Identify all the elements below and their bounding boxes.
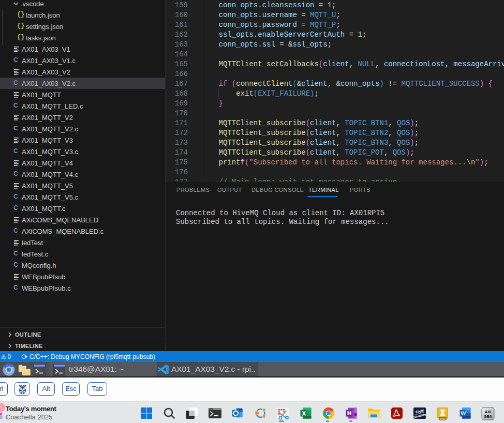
svg-text:AXI: AXI (485, 410, 492, 414)
svg-text:GEA: GEA (484, 414, 493, 419)
svg-text:PRO: PRO (440, 418, 446, 420)
